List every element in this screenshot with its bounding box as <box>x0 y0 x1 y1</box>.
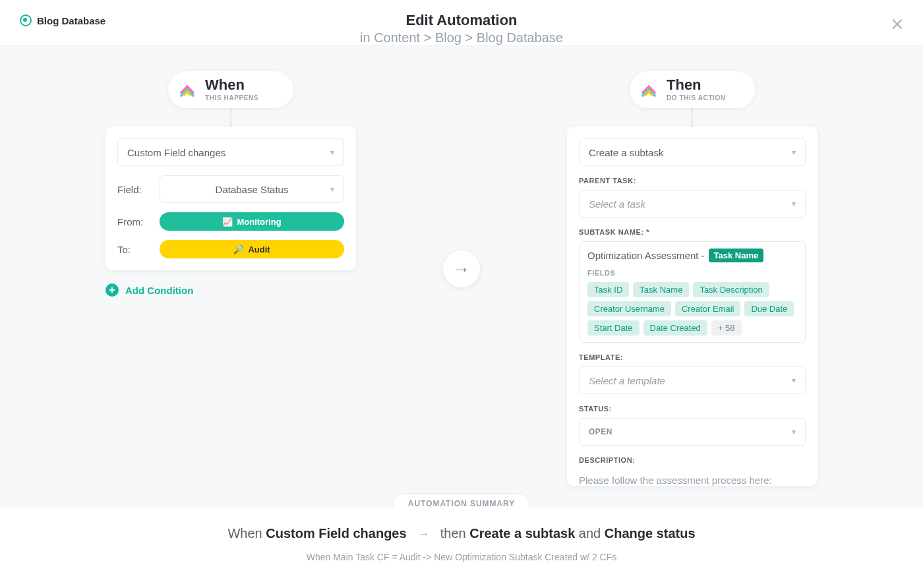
field-chip[interactable]: Task ID <box>587 282 629 297</box>
from-value: Monitoring <box>237 217 281 227</box>
template-select[interactable]: Select a template ▾ <box>579 367 806 394</box>
summary-and-word: and <box>575 526 604 541</box>
add-condition-label: Add Condition <box>125 285 193 296</box>
trigger-card: Custom Field changes ▾ Field: Database S… <box>105 127 356 270</box>
summary-footer: When Custom Field changes → then Create … <box>0 508 923 587</box>
then-heading: Then <box>667 78 726 92</box>
title-block: Edit Automation in Content > Blog > Blog… <box>0 12 923 45</box>
fields-heading: FIELDS <box>587 269 797 277</box>
then-column: Then DO THIS ACTION Create a subtask ▾ P… <box>462 71 923 508</box>
chevron-down-icon: ▾ <box>330 185 334 194</box>
summary-subtitle: When Main Task CF = Audit -> New Optimiz… <box>0 552 923 562</box>
field-select[interactable]: Database Status ▾ <box>160 175 344 203</box>
automation-canvas: When THIS HAPPENS Custom Field changes ▾… <box>0 46 923 508</box>
status-label: STATUS: <box>579 405 806 413</box>
field-chip[interactable]: Date Created <box>643 320 707 336</box>
chart-emoji-icon: 📈 <box>222 217 233 227</box>
flow-arrow-icon: → <box>443 250 480 287</box>
from-value-badge[interactable]: 📈 Monitoring <box>160 212 344 231</box>
subtask-name-content: Optimization Assessment - Task Name <box>587 249 797 262</box>
when-header-pill: When THIS HAPPENS <box>168 71 293 108</box>
field-chips: Task ID Task Name Task Description Creat… <box>587 282 797 336</box>
location-breadcrumb[interactable]: Blog Database <box>20 15 105 26</box>
page-title: Edit Automation <box>0 12 923 29</box>
chevron-down-icon: ▾ <box>792 199 796 208</box>
field-value: Database Status <box>216 184 289 195</box>
to-value: Audit <box>248 245 270 254</box>
field-chip[interactable]: Task Description <box>693 282 769 297</box>
from-label: From: <box>117 216 152 227</box>
chevron-down-icon: ▾ <box>792 148 796 157</box>
summary-then-word: then <box>440 526 469 541</box>
app-icon <box>177 80 197 100</box>
connector-line <box>230 108 231 127</box>
parent-task-placeholder: Select a task <box>589 198 645 210</box>
description-text: Please follow the assessment process her… <box>579 469 806 486</box>
breadcrumb-path: Content > Blog > Blog Database <box>374 30 563 45</box>
chevron-down-icon: ▾ <box>792 376 796 385</box>
summary-then-bold-1: Create a subtask <box>469 526 575 541</box>
parent-task-label: PARENT TASK: <box>579 177 806 185</box>
plus-icon: + <box>105 283 119 297</box>
field-chip[interactable]: Start Date <box>587 320 640 336</box>
chevron-down-icon: ▾ <box>792 427 796 436</box>
status-select[interactable]: OPEN ▾ <box>579 418 806 446</box>
page-breadcrumb: in Content > Blog > Blog Database <box>0 30 923 45</box>
field-chip[interactable]: Task Name <box>633 282 689 297</box>
status-value: OPEN <box>589 427 612 436</box>
summary-pill: AUTOMATION SUMMARY <box>393 493 530 508</box>
connector-line <box>692 108 693 127</box>
when-subheading: THIS HAPPENS <box>205 94 258 102</box>
more-fields-chip[interactable]: + 58 <box>711 320 742 336</box>
subtask-name-label: SUBTASK NAME: * <box>579 228 806 236</box>
summary-when-word: When <box>227 526 266 541</box>
app-icon <box>639 80 659 100</box>
summary-when-bold: Custom Field changes <box>266 526 406 541</box>
add-condition-button[interactable]: + Add Condition <box>105 283 193 297</box>
location-pin-icon <box>20 15 32 26</box>
header: Blog Database Edit Automation in Content… <box>0 0 923 46</box>
when-heading: When <box>205 78 258 92</box>
task-name-token[interactable]: Task Name <box>709 249 764 262</box>
trigger-select[interactable]: Custom Field changes ▾ <box>117 138 344 166</box>
field-label: Field: <box>117 184 152 195</box>
field-chip[interactable]: Due Date <box>744 301 794 316</box>
when-column: When THIS HAPPENS Custom Field changes ▾… <box>0 71 462 508</box>
subtask-name-text: Optimization Assessment - <box>587 250 705 261</box>
breadcrumb-prefix: in <box>360 30 374 45</box>
action-card: Create a subtask ▾ PARENT TASK: Select a… <box>567 127 818 486</box>
magnify-emoji-icon: 🔎 <box>233 245 244 254</box>
field-chip[interactable]: Creator Username <box>587 301 671 316</box>
trigger-value: Custom Field changes <box>127 147 225 158</box>
location-name: Blog Database <box>37 15 105 26</box>
then-header-pill: Then DO THIS ACTION <box>630 71 755 108</box>
to-value-badge[interactable]: 🔎 Audit <box>160 240 344 258</box>
description-label: DESCRIPTION: <box>579 456 806 464</box>
field-row: Field: Database Status ▾ <box>117 175 344 203</box>
from-row: From: 📈 Monitoring <box>117 212 344 231</box>
subtask-name-input[interactable]: Optimization Assessment - Task Name FIEL… <box>579 241 806 343</box>
arrow-icon: → <box>417 526 430 541</box>
then-subheading: DO THIS ACTION <box>667 94 726 102</box>
template-placeholder: Select a template <box>589 375 665 386</box>
field-chip[interactable]: Creator Email <box>675 301 740 316</box>
to-row: To: 🔎 Audit <box>117 240 344 258</box>
action-select[interactable]: Create a subtask ▾ <box>579 138 806 166</box>
template-label: TEMPLATE: <box>579 353 806 361</box>
action-value: Create a subtask <box>589 147 663 158</box>
close-icon[interactable]: ✕ <box>890 15 905 35</box>
summary-then-bold-2: Change status <box>605 526 696 541</box>
to-label: To: <box>117 244 152 255</box>
summary-sentence: When Custom Field changes → then Create … <box>0 526 923 541</box>
chevron-down-icon: ▾ <box>330 148 334 157</box>
parent-task-select[interactable]: Select a task ▾ <box>579 190 806 218</box>
